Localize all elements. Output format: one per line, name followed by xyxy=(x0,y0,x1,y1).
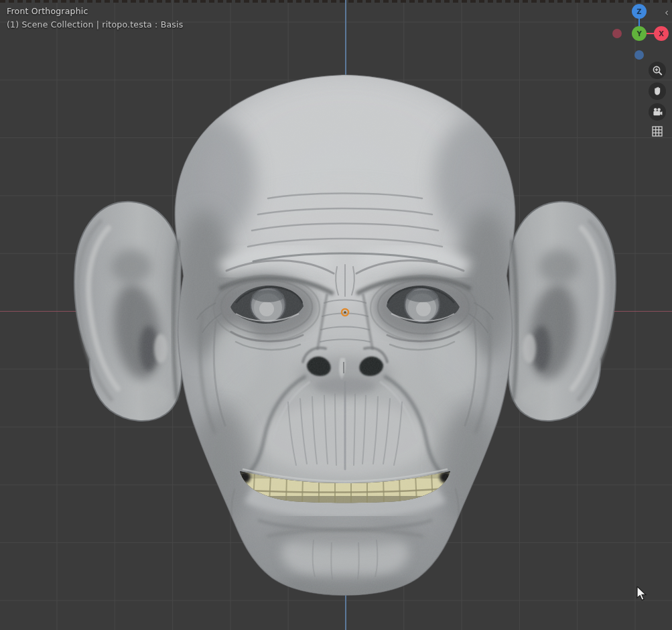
zoom-icon xyxy=(652,65,663,76)
navigation-gizmo[interactable]: Z X Y xyxy=(606,0,672,66)
context-breadcrumb: (1) Scene Collection | ritopo.testa : Ba… xyxy=(7,19,183,29)
gizmo-x-handle[interactable]: X xyxy=(654,26,669,41)
grid-ortho-icon xyxy=(651,125,663,137)
gizmo-neg-z-handle[interactable] xyxy=(634,50,644,60)
gizmo-z-handle[interactable]: Z xyxy=(632,4,647,19)
gizmo-y-handle[interactable]: Y xyxy=(632,26,647,41)
3d-viewport[interactable]: Front Orthographic (1) Scene Collection … xyxy=(0,0,672,630)
ortho-toggle-button[interactable] xyxy=(649,123,666,140)
view-label: Front Orthographic xyxy=(7,6,88,16)
chimp-head-model[interactable] xyxy=(0,0,672,630)
skin-texture xyxy=(67,67,623,603)
pan-button[interactable] xyxy=(649,82,666,100)
area-dashed-border xyxy=(0,0,672,3)
mouse-cursor xyxy=(636,586,650,604)
camera-view-button[interactable] xyxy=(649,103,666,121)
gizmo-neg-x-handle[interactable] xyxy=(612,29,622,38)
zoom-button[interactable] xyxy=(649,62,666,79)
chevron-left-icon[interactable]: ‹ xyxy=(665,7,669,19)
hand-icon xyxy=(652,86,663,97)
camera-icon xyxy=(652,107,663,118)
